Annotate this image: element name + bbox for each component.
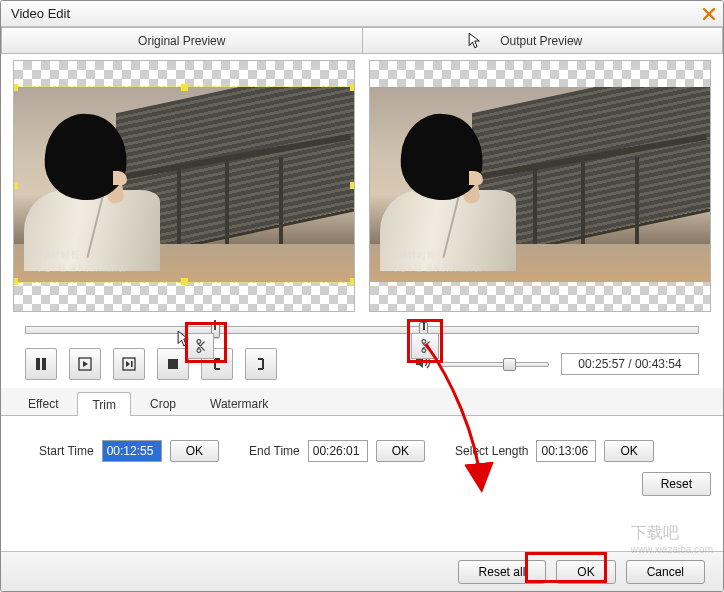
reset-button[interactable]: Reset [642, 472, 711, 496]
start-time-ok-button[interactable]: OK [170, 440, 219, 462]
close-icon[interactable] [701, 6, 717, 22]
end-time-ok-button[interactable]: OK [376, 440, 425, 462]
svg-rect-5 [168, 359, 178, 369]
next-frame-button[interactable] [113, 348, 145, 380]
cut-at-end-button[interactable] [411, 333, 439, 359]
stop-button[interactable] [157, 348, 189, 380]
ok-button[interactable]: OK [556, 560, 615, 584]
start-time-input[interactable] [102, 440, 162, 462]
volume-slider[interactable] [439, 362, 549, 367]
svg-rect-4 [131, 361, 133, 367]
time-display: 00:25:57 / 00:43:54 [561, 353, 699, 375]
pause-button[interactable] [25, 348, 57, 380]
tab-watermark[interactable]: Watermark [195, 391, 283, 415]
svg-rect-1 [42, 358, 46, 370]
window-title: Video Edit [11, 6, 701, 21]
volume-knob[interactable] [503, 358, 516, 371]
cancel-button[interactable]: Cancel [626, 560, 705, 584]
output-preview-header: Output Preview [363, 27, 724, 54]
cursor-icon [468, 32, 486, 50]
select-length-ok-button[interactable]: OK [604, 440, 653, 462]
original-preview[interactable]: 用诡计时长 终记年轻 漫长仍倍感柔软 [13, 60, 355, 312]
tab-trim[interactable]: Trim [77, 392, 131, 416]
select-length-label: Select Length [455, 444, 528, 458]
svg-rect-0 [36, 358, 40, 370]
output-preview: 用诡计时长 终记年轻 漫长仍倍感柔软 [369, 60, 711, 312]
subtitle-line-1: 用诡计时长 [34, 249, 79, 262]
end-time-input[interactable] [308, 440, 368, 462]
original-preview-header: Original Preview [1, 27, 363, 54]
mark-out-button[interactable] [245, 348, 277, 380]
start-time-label: Start Time [39, 444, 94, 458]
tab-crop[interactable]: Crop [135, 391, 191, 415]
tab-effect[interactable]: Effect [13, 391, 73, 415]
subtitle-line-2: 终记年轻 漫长仍倍感柔软 [34, 263, 124, 274]
end-time-label: End Time [249, 444, 300, 458]
trim-panel: Start Time OK End Time OK Select Length … [1, 416, 723, 472]
cut-at-start-button[interactable] [186, 333, 214, 359]
select-length-input[interactable] [536, 440, 596, 462]
timeline-track[interactable] [25, 326, 699, 334]
reset-all-button[interactable]: Reset all [458, 560, 547, 584]
tab-bar: Effect Trim Crop Watermark [1, 388, 723, 416]
play-button[interactable] [69, 348, 101, 380]
